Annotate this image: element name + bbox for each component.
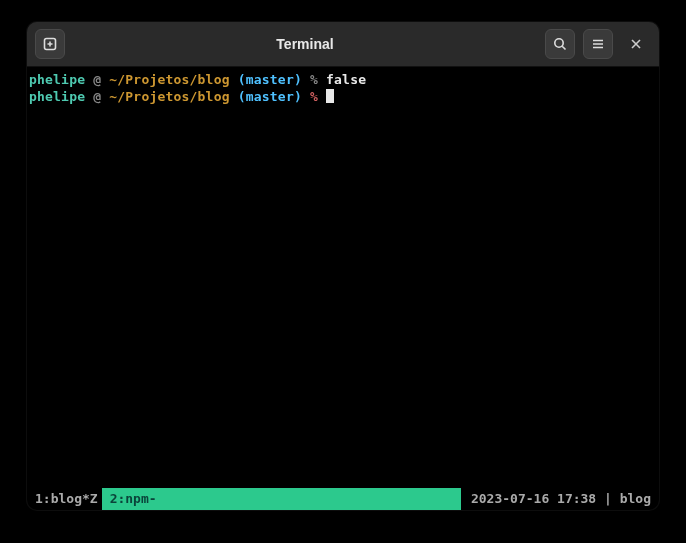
prompt-percent: % — [310, 89, 318, 104]
search-button[interactable] — [545, 29, 575, 59]
status-tab-active[interactable]: 2:npm- — [102, 488, 165, 510]
svg-line-4 — [562, 46, 565, 49]
prompt-user: phelipe — [29, 72, 85, 87]
terminal-body[interactable]: phelipe @ ~/Projetos/blog (master) % fal… — [27, 67, 659, 488]
prompt-path: ~/Projetos/blog — [109, 72, 229, 87]
menu-button[interactable] — [583, 29, 613, 59]
svg-point-3 — [555, 39, 563, 47]
new-tab-button[interactable] — [35, 29, 65, 59]
status-fill — [165, 488, 461, 510]
status-bar: 1:blog*Z 2:npm- 2023-07-16 17:38 | blog — [27, 488, 659, 510]
branch-name: master — [246, 72, 294, 87]
branch-paren-open: ( — [238, 89, 246, 104]
hamburger-icon — [590, 36, 606, 52]
prompt-path: ~/Projetos/blog — [109, 89, 229, 104]
search-icon — [552, 36, 568, 52]
prompt-percent: % — [310, 72, 318, 87]
close-button[interactable] — [621, 29, 651, 59]
status-session: blog — [620, 491, 651, 506]
close-icon — [629, 37, 643, 51]
branch-paren-close: ) — [294, 72, 302, 87]
window-title: Terminal — [71, 36, 539, 52]
status-tab-inactive[interactable]: 1:blog*Z — [27, 488, 102, 510]
prompt-line: phelipe @ ~/Projetos/blog (master) % fal… — [29, 71, 657, 88]
command-text: false — [326, 72, 366, 87]
branch-paren-open: ( — [238, 72, 246, 87]
cursor — [326, 89, 334, 103]
plus-icon — [42, 36, 58, 52]
branch-name: master — [246, 89, 294, 104]
prompt-line: phelipe @ ~/Projetos/blog (master) % — [29, 88, 657, 105]
titlebar-right — [545, 29, 651, 59]
terminal-window: Terminal ph — [27, 22, 659, 510]
titlebar: Terminal — [27, 22, 659, 67]
branch-paren-close: ) — [294, 89, 302, 104]
status-datetime: 2023-07-16 17:38 — [471, 491, 596, 506]
status-right: 2023-07-16 17:38 | blog — [461, 488, 659, 510]
prompt-user: phelipe — [29, 89, 85, 104]
status-separator: | — [596, 491, 619, 506]
